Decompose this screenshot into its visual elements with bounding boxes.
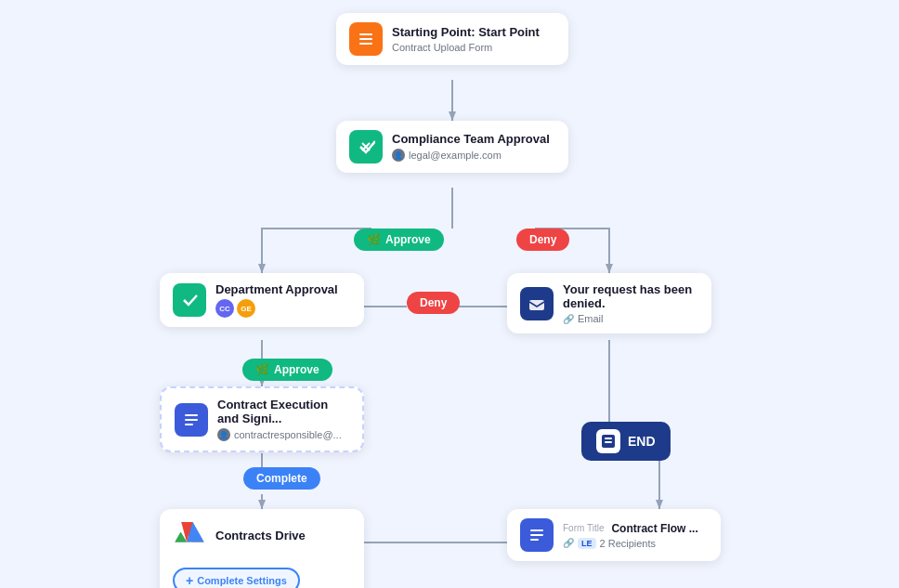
complete-badge[interactable]: Complete: [243, 467, 320, 490]
end-node[interactable]: END: [581, 422, 671, 461]
start-node[interactable]: Starting Point: Start Point Contract Upl…: [336, 13, 568, 65]
denied-node[interactable]: Your request has been denied. 🔗 Email: [507, 273, 711, 333]
approve-1-leaf: 🌿: [367, 233, 381, 246]
deny-badge-1[interactable]: Deny: [516, 229, 569, 251]
avatar-ge: GE: [237, 299, 255, 318]
svg-marker-16: [258, 500, 266, 509]
execution-title: Contract Execution and Signi...: [217, 398, 349, 425]
svg-rect-20: [359, 38, 372, 40]
complete-settings-container: + Complete Settings: [173, 565, 351, 588]
complete-settings-label: Complete Settings: [197, 575, 287, 586]
compliance-content: Compliance Team Approval 👤 legal@example…: [392, 132, 550, 162]
svg-rect-30: [530, 534, 543, 536]
denied-icon: [520, 287, 554, 320]
form-value: Contract Flow ...: [611, 522, 697, 535]
svg-rect-24: [185, 419, 198, 421]
form-label: Form Title: [563, 523, 604, 533]
form-title-icon: [520, 518, 554, 552]
form-title-content: Form Title Contract Flow ... 🔗 LE 2 Reci…: [563, 522, 698, 549]
complete-label: Complete: [256, 472, 307, 485]
form-title-row: Form Title Contract Flow ...: [563, 522, 698, 535]
department-avatars: CC GE: [215, 299, 338, 318]
execution-user-icon: 👤: [217, 428, 230, 441]
approve-2-leaf: 🌿: [255, 363, 269, 376]
svg-marker-18: [656, 500, 663, 509]
drive-icon: [173, 518, 206, 552]
denied-content: Your request has been denied. 🔗 Email: [563, 282, 698, 324]
execution-node[interactable]: Contract Execution and Signi... 👤 contra…: [160, 386, 364, 452]
compliance-icon: [349, 130, 383, 163]
approve-badge-2[interactable]: 🌿 Approve: [242, 359, 332, 381]
svg-rect-29: [530, 529, 543, 531]
form-title-node[interactable]: Form Title Contract Flow ... 🔗 LE 2 Reci…: [507, 509, 721, 561]
recipients-link-icon: 🔗: [563, 538, 574, 548]
start-content: Starting Point: Start Point Contract Upl…: [392, 25, 540, 53]
department-icon: [173, 283, 206, 317]
svg-rect-19: [359, 33, 372, 35]
department-title: Department Approval: [215, 282, 338, 296]
svg-rect-28: [605, 441, 612, 443]
svg-rect-23: [185, 414, 198, 416]
execution-icon: [175, 403, 208, 437]
contracts-drive-header: Contracts Drive: [173, 518, 306, 552]
denied-title: Your request has been denied.: [563, 282, 698, 310]
recipients-row: 🔗 LE 2 Recipients: [563, 538, 698, 549]
end-label: END: [628, 434, 656, 449]
execution-subtitle: 👤 contractresponsible@...: [217, 428, 349, 441]
contracts-drive-node[interactable]: Contracts Drive + Complete Settings: [160, 509, 364, 588]
deny-1-label: Deny: [529, 233, 556, 246]
complete-settings-button[interactable]: + Complete Settings: [173, 568, 300, 588]
approve-1-label: Approve: [385, 233, 431, 246]
compliance-subtitle: 👤 legal@example.com: [392, 149, 550, 162]
avatar-cc: CC: [215, 299, 234, 318]
denied-link-icon: 🔗: [563, 314, 574, 324]
execution-content: Contract Execution and Signi... 👤 contra…: [217, 398, 349, 441]
recipients-count: 2 Recipients: [600, 538, 657, 549]
contracts-drive-title: Contracts Drive: [215, 529, 306, 542]
approve-badge-1[interactable]: 🌿 Approve: [354, 229, 444, 251]
flow-diagram: Starting Point: Start Point Contract Upl…: [0, 0, 899, 588]
deny-badge-2[interactable]: Deny: [407, 292, 460, 314]
svg-marker-13: [258, 264, 266, 273]
deny-2-label: Deny: [420, 296, 447, 309]
svg-marker-14: [606, 264, 613, 273]
compliance-user-icon: 👤: [392, 149, 405, 162]
start-title: Starting Point: Start Point: [392, 25, 540, 39]
start-icon: [349, 22, 383, 56]
department-node[interactable]: Department Approval CC GE: [160, 273, 364, 327]
compliance-title: Compliance Team Approval: [392, 132, 550, 146]
svg-rect-31: [530, 539, 539, 541]
approve-2-label: Approve: [274, 363, 319, 376]
svg-rect-27: [605, 438, 612, 439]
svg-rect-21: [359, 43, 372, 45]
denied-subtitle: 🔗 Email: [563, 313, 698, 324]
svg-rect-25: [185, 424, 193, 425]
le-badge: LE: [578, 538, 596, 549]
department-content: Department Approval CC GE: [215, 282, 338, 318]
start-subtitle: Contract Upload Form: [392, 42, 540, 53]
svg-rect-22: [529, 300, 544, 310]
end-icon: [596, 429, 620, 453]
compliance-node[interactable]: Compliance Team Approval 👤 legal@example…: [336, 121, 568, 173]
complete-settings-plus: +: [186, 573, 193, 588]
svg-marker-12: [449, 111, 456, 121]
